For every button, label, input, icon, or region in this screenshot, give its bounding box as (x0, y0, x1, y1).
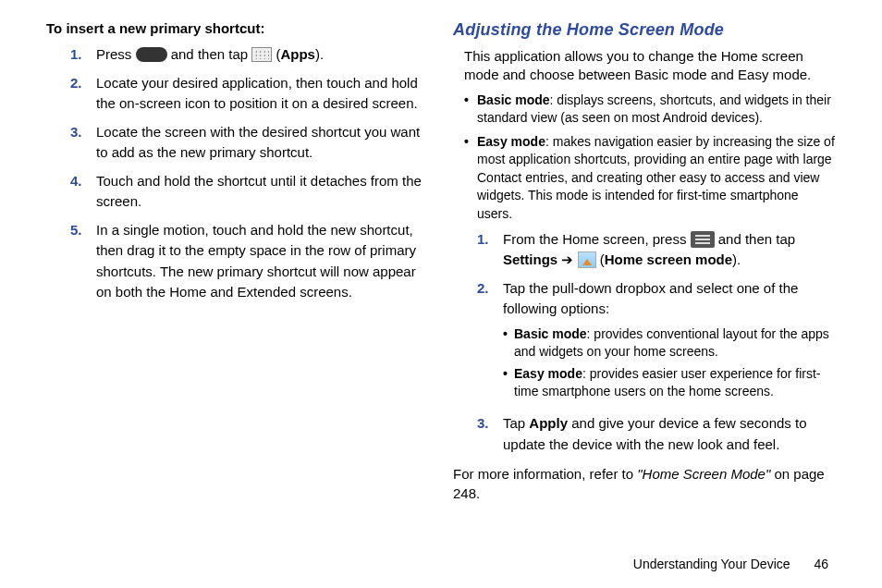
left-column: To insert a new primary shortcut: 1. Pre… (46, 20, 429, 503)
left-heading: To insert a new primary shortcut: (46, 20, 429, 36)
home-button-icon (136, 47, 167, 62)
right-intro: This application allows you to change th… (464, 47, 836, 85)
page-footer: Understanding Your Device 46 (633, 557, 828, 571)
step-number: 5. (70, 220, 96, 303)
arrow-icon: ➔ (557, 251, 577, 267)
bullet-content: Basic mode: provides conventional layout… (514, 325, 836, 361)
home-screen-mode-icon (578, 251, 596, 268)
sub-bullet-easy: • Easy mode: provides easier user experi… (503, 365, 836, 400)
step-content: Tap the pull-down dropbox and select one… (503, 278, 836, 407)
text: Press (96, 46, 136, 62)
text: and then tap (171, 46, 252, 62)
text: From the Home screen, press (503, 231, 691, 247)
apps-grid-icon (251, 47, 272, 62)
settings-label: Settings (503, 251, 557, 267)
right-bullets: • Basic mode: displays screens, shortcut… (464, 92, 836, 224)
right-step-3: 3. Tap Apply and give your device a few … (477, 413, 836, 455)
right-steps: 1. From the Home screen, press and then … (477, 229, 836, 456)
bullet-basic: • Basic mode: displays screens, shortcut… (464, 92, 836, 128)
right-step-1: 1. From the Home screen, press and then … (477, 229, 836, 271)
step-content: Touch and hold the shortcut until it det… (96, 171, 429, 213)
left-step-4: 4. Touch and hold the shortcut until it … (70, 171, 429, 213)
bullet-mark: • (464, 133, 477, 224)
bullet-content: Easy mode: makes navigation easier by in… (477, 133, 836, 224)
apply-label: Apply (529, 415, 568, 431)
left-step-5: 5. In a single motion, touch and hold th… (70, 220, 429, 303)
text: For more information, refer to (453, 466, 637, 482)
bullet-easy: • Easy mode: makes navigation easier by … (464, 133, 836, 224)
step-content: Tap Apply and give your device a few sec… (503, 413, 836, 455)
step-content: Locate the screen with the desired short… (96, 122, 429, 164)
left-step-2: 2. Locate your desired application, then… (70, 73, 429, 115)
sub-bullet-basic: • Basic mode: provides conventional layo… (503, 325, 836, 361)
bullet-mark: • (464, 92, 477, 128)
right-column: Adjusting the Home Screen Mode This appl… (453, 20, 836, 503)
step-content: In a single motion, touch and hold the n… (96, 220, 429, 303)
right-step-2: 2. Tap the pull-down dropbox and select … (477, 278, 836, 407)
text: and then tap (718, 231, 795, 247)
bullet-mark: • (503, 365, 514, 400)
step-content: Press and then tap (Apps). (96, 44, 429, 66)
sub-bullets: • Basic mode: provides conventional layo… (503, 325, 836, 401)
step-number: 2. (477, 278, 503, 407)
step-number: 1. (477, 229, 503, 271)
step-number: 1. (70, 44, 96, 66)
text: Tap the pull-down dropbox and select one… (503, 280, 798, 317)
bullet-label: Basic mode (514, 326, 587, 341)
bullet-content: Basic mode: displays screens, shortcuts,… (477, 92, 836, 128)
bullet-content: Easy mode: provides easier user experien… (514, 365, 836, 400)
page-number: 46 (814, 557, 828, 571)
step-number: 3. (70, 122, 96, 164)
step-number: 2. (70, 73, 96, 115)
step-content: Locate your desired application, then to… (96, 73, 429, 115)
text: Tap (503, 415, 529, 431)
right-heading: Adjusting the Home Screen Mode (453, 20, 836, 40)
bullet-label: Easy mode (514, 366, 582, 381)
bullet-label: Easy mode (477, 134, 545, 149)
bullet-label: Basic mode (477, 92, 550, 107)
step-number: 3. (477, 413, 503, 455)
text: ). (732, 251, 741, 267)
left-steps: 1. Press and then tap (Apps). 2. Locate … (70, 44, 429, 303)
menu-button-icon (691, 231, 715, 248)
left-step-1: 1. Press and then tap (Apps). (70, 44, 429, 66)
step-number: 4. (70, 171, 96, 213)
reference-title: "Home Screen Mode" (637, 466, 770, 482)
hsm-label: Home screen mode (605, 251, 732, 267)
section-name: Understanding Your Device (633, 557, 790, 571)
left-step-3: 3. Locate the screen with the desired sh… (70, 122, 429, 164)
apps-label: Apps (280, 46, 315, 62)
text: ). (315, 46, 324, 62)
step-content: From the Home screen, press and then tap… (503, 229, 836, 271)
bullet-mark: • (503, 325, 514, 361)
for-more-info: For more information, refer to "Home Scr… (453, 464, 836, 503)
